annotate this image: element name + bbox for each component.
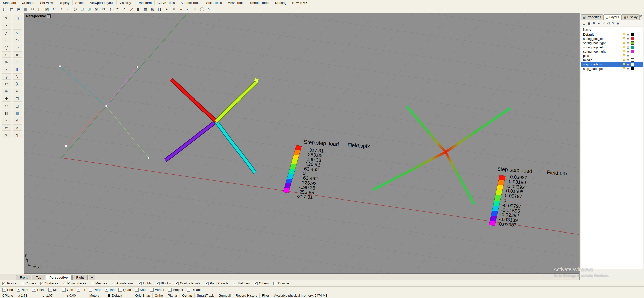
current-layer-check-icon[interactable]: ✓: [618, 33, 622, 36]
layer-on-bulb-icon[interactable]: [622, 37, 626, 40]
layer-lock-icon[interactable]: [626, 63, 630, 66]
osnap-item[interactable]: Cen: [62, 288, 73, 292]
explode-icon[interactable]: ✶: [13, 88, 22, 94]
menu-item[interactable]: Display: [56, 0, 73, 5]
panel-tab[interactable]: ▦ Display: [621, 14, 639, 20]
layer-help-icon[interactable]: ◉: [616, 21, 619, 25]
layer-color-swatch[interactable]: [631, 58, 634, 62]
join-icon[interactable]: ⊕: [2, 88, 11, 94]
redo-icon[interactable]: ↷: [58, 6, 64, 12]
layer-color-swatch[interactable]: [631, 67, 634, 70]
layer-on-bulb-icon[interactable]: [622, 63, 626, 66]
lock-object-icon[interactable]: ⊠: [13, 124, 22, 131]
layer-on-bulb-icon[interactable]: [622, 33, 626, 36]
dimension-icon[interactable]: ⇔: [2, 117, 11, 123]
status-current-layer[interactable]: Default: [105, 293, 133, 298]
osnap-checkbox[interactable]: [2, 288, 6, 292]
move-layer-icon[interactable]: ▲: [597, 21, 601, 25]
menu-item[interactable]: Surface Tools: [178, 0, 204, 5]
print-icon[interactable]: ▥: [22, 6, 29, 12]
osnap-item[interactable]: Tan: [105, 288, 115, 292]
viewport-tab[interactable]: Top: [32, 275, 45, 280]
menu-item[interactable]: Curve Tools: [155, 0, 178, 5]
extrude-icon[interactable]: ↥: [13, 59, 22, 65]
osnap-item[interactable]: Point: [32, 288, 45, 292]
filter-item[interactable]: Meshes: [91, 281, 107, 285]
polygon-icon[interactable]: ◇: [2, 51, 11, 58]
layer-on-bulb-icon[interactable]: [622, 54, 626, 57]
viewport-tab[interactable]: Right: [72, 275, 87, 280]
layer-tools-icon[interactable]: ✎: [612, 21, 614, 25]
xray-display-icon[interactable]: ◯: [199, 6, 206, 12]
filter-item[interactable]: Surfaces: [40, 281, 58, 285]
save-icon[interactable]: ▣: [15, 6, 22, 12]
osnap-item[interactable]: Perp: [89, 288, 100, 292]
collapse-layers-icon[interactable]: ◁: [607, 21, 609, 25]
sphere-icon[interactable]: ●: [2, 66, 11, 72]
filter-checkbox[interactable]: [21, 282, 24, 285]
layer-row[interactable]: step_load-um: [581, 62, 643, 67]
rotate-view-icon[interactable]: ↻: [100, 6, 107, 12]
menu-item[interactable]: Mesh Tools: [225, 0, 247, 5]
properties-icon[interactable]: ¶: [13, 132, 22, 138]
panel-tab[interactable]: ◫ Layers: [603, 14, 621, 20]
viewport-canvas[interactable]: Step:step_load Field:spfx 317.31 253.85 …: [24, 13, 579, 273]
filter-item[interactable]: Others: [254, 281, 269, 285]
layer-row[interactable]: pins: [581, 54, 643, 58]
rectangle-icon[interactable]: ▭: [13, 44, 22, 50]
panel-close-icon[interactable]: ⊗: [639, 14, 643, 18]
mirror-icon[interactable]: ◧: [2, 110, 11, 116]
filter-checkbox[interactable]: [254, 282, 258, 285]
select-window-icon[interactable]: ▢: [13, 15, 22, 21]
hide-object-icon[interactable]: ⊘: [2, 124, 11, 131]
layer-row[interactable]: middle: [581, 58, 643, 62]
menu-item[interactable]: Solid Tools: [203, 0, 225, 5]
viewport-tab[interactable]: Front: [16, 275, 31, 280]
curve-tools-icon[interactable]: ✎: [2, 132, 11, 138]
filter-checkbox[interactable]: [273, 282, 277, 285]
filter-item[interactable]: Hatches: [233, 281, 250, 285]
filter-item[interactable]: Lights: [138, 281, 152, 285]
array-icon[interactable]: ▦: [142, 6, 149, 12]
layer-row[interactable]: Default ✓: [581, 32, 643, 37]
scale-icon[interactable]: ◿: [128, 6, 135, 12]
trim-icon[interactable]: ✂: [2, 81, 11, 87]
layer-on-bulb-icon[interactable]: [622, 46, 626, 49]
perspective-viewport[interactable]: Perspective ▼: [24, 13, 579, 274]
menu-item[interactable]: Drafting: [272, 0, 290, 5]
shaded-display-icon[interactable]: ●: [178, 6, 184, 12]
layer-lock-icon[interactable]: [626, 33, 630, 36]
status-units[interactable]: Meters: [87, 293, 105, 298]
status-toggle[interactable]: Grid Snap: [133, 293, 153, 298]
menu-item[interactable]: Set View: [37, 0, 56, 5]
move-icon[interactable]: ✚: [2, 95, 11, 102]
cut-icon[interactable]: ✂: [29, 6, 36, 12]
status-toggle[interactable]: Filter: [260, 293, 272, 298]
layer-lock-icon[interactable]: [626, 50, 630, 53]
menu-item[interactable]: Viewport Layout: [87, 0, 117, 5]
menu-item[interactable]: Visibility: [117, 0, 134, 5]
osnap-item[interactable]: Near: [17, 288, 28, 292]
layer-lock-icon[interactable]: [626, 46, 630, 49]
open-file-icon[interactable]: ▤: [8, 6, 15, 12]
zoom-extents-icon[interactable]: ⊞: [86, 6, 93, 12]
copy-icon[interactable]: ◫: [13, 95, 22, 102]
rotate-icon[interactable]: ↻: [2, 103, 11, 109]
point-cloud-icon[interactable]: ∴: [13, 22, 22, 28]
filter-item[interactable]: Disable: [273, 281, 289, 285]
rotate-icon[interactable]: ∠: [121, 6, 128, 12]
osnap-checkbox[interactable]: [77, 288, 80, 292]
filter-layers-icon[interactable]: ▽: [602, 21, 605, 25]
zoom-window-icon[interactable]: ⊡: [79, 6, 86, 12]
filter-item[interactable]: Curves: [21, 281, 36, 285]
osnap-checkbox[interactable]: [118, 288, 122, 292]
filter-checkbox[interactable]: [233, 282, 236, 285]
menu-item[interactable]: Standard: [0, 0, 19, 5]
trim-icon[interactable]: ▧: [149, 6, 156, 12]
filter-checkbox[interactable]: [2, 282, 6, 285]
status-toggle[interactable]: Planar: [165, 293, 180, 298]
delete-layer-icon[interactable]: ✕: [593, 21, 595, 25]
zoom-dynamic-icon[interactable]: ◎: [72, 6, 79, 12]
select-pointer-icon[interactable]: ↖: [2, 15, 11, 21]
osnap-item[interactable]: Quad: [118, 288, 131, 292]
